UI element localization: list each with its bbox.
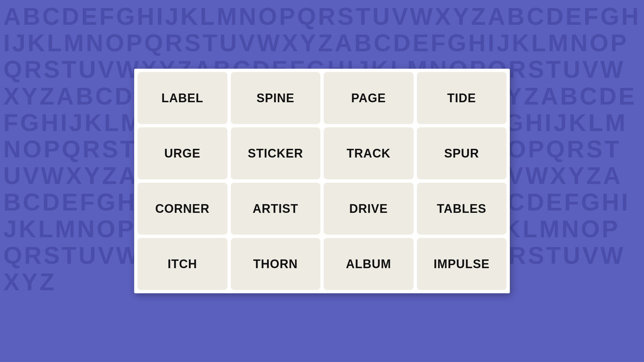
word-label-drive: DRIVE	[349, 202, 388, 216]
word-card-label[interactable]: LABEL	[138, 72, 227, 124]
word-card-itch[interactable]: ITCH	[138, 238, 227, 290]
word-label-corner: CORNER	[155, 202, 210, 216]
word-label-itch: ITCH	[168, 257, 197, 271]
word-card-spine[interactable]: SPINE	[231, 72, 321, 124]
word-label-label: LABEL	[161, 91, 203, 105]
word-card-tide[interactable]: TIDE	[417, 72, 507, 124]
word-label-tide: TIDE	[447, 91, 476, 105]
word-card-spur[interactable]: SPUR	[417, 127, 507, 179]
word-label-impulse: IMPULSE	[434, 257, 490, 271]
word-label-spur: SPUR	[444, 146, 479, 161]
word-card-album[interactable]: ALBUM	[324, 238, 414, 290]
word-card-sticker[interactable]: STICKER	[231, 127, 321, 179]
word-label-urge: URGE	[164, 146, 201, 161]
word-card-page[interactable]: PAGE	[324, 72, 414, 124]
word-card-tables[interactable]: TABLES	[417, 183, 507, 235]
word-card-corner[interactable]: CORNER	[138, 183, 227, 235]
word-label-page: PAGE	[351, 91, 386, 105]
word-card-drive[interactable]: DRIVE	[324, 183, 414, 235]
card-panel: LABELSPINEPAGETIDEURGESTICKERTRACKSPURCO…	[134, 69, 510, 293]
word-label-tables: TABLES	[437, 202, 486, 216]
word-label-artist: ARTIST	[253, 202, 298, 216]
word-label-album: ALBUM	[346, 257, 391, 271]
word-card-thorn[interactable]: THORN	[231, 238, 321, 290]
word-grid: LABELSPINEPAGETIDEURGESTICKERTRACKSPURCO…	[138, 72, 506, 290]
word-card-track[interactable]: TRACK	[324, 127, 414, 179]
word-label-spine: SPINE	[257, 91, 294, 105]
word-card-artist[interactable]: ARTIST	[231, 183, 321, 235]
word-label-track: TRACK	[346, 146, 390, 161]
word-label-thorn: THORN	[253, 257, 298, 271]
word-card-impulse[interactable]: IMPULSE	[417, 238, 507, 290]
word-card-urge[interactable]: URGE	[138, 127, 227, 179]
word-label-sticker: STICKER	[248, 146, 303, 161]
